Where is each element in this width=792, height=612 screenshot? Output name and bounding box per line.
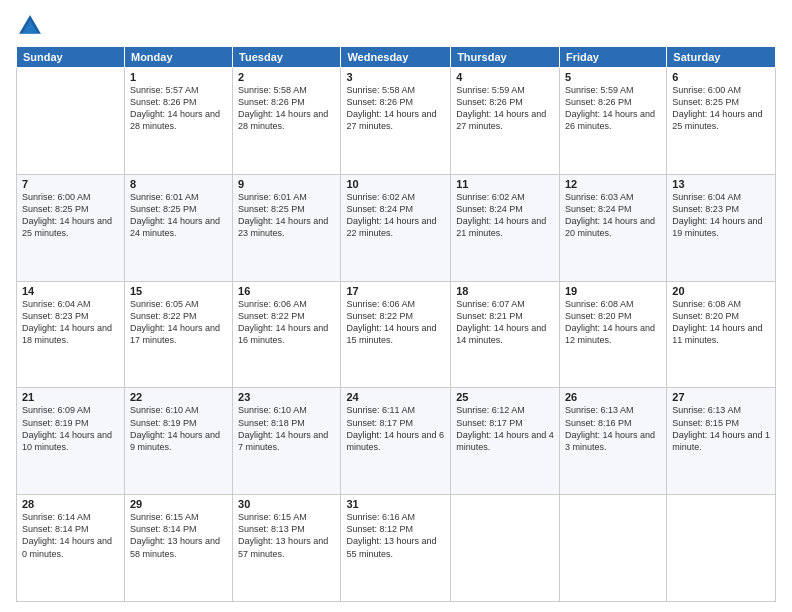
calendar-cell: 20Sunrise: 6:08 AM Sunset: 8:20 PM Dayli… xyxy=(667,281,776,388)
day-info: Sunrise: 6:15 AM Sunset: 8:13 PM Dayligh… xyxy=(238,511,335,560)
day-number: 12 xyxy=(565,178,661,190)
calendar-cell: 21Sunrise: 6:09 AM Sunset: 8:19 PM Dayli… xyxy=(17,388,125,495)
calendar-cell: 22Sunrise: 6:10 AM Sunset: 8:19 PM Dayli… xyxy=(124,388,232,495)
day-info: Sunrise: 6:00 AM Sunset: 8:25 PM Dayligh… xyxy=(672,84,770,133)
day-number: 16 xyxy=(238,285,335,297)
day-number: 17 xyxy=(346,285,445,297)
calendar-cell: 14Sunrise: 6:04 AM Sunset: 8:23 PM Dayli… xyxy=(17,281,125,388)
calendar-cell: 27Sunrise: 6:13 AM Sunset: 8:15 PM Dayli… xyxy=(667,388,776,495)
calendar-cell xyxy=(451,495,560,602)
col-header-saturday: Saturday xyxy=(667,47,776,68)
day-info: Sunrise: 6:01 AM Sunset: 8:25 PM Dayligh… xyxy=(130,191,227,240)
day-number: 24 xyxy=(346,391,445,403)
day-info: Sunrise: 5:58 AM Sunset: 8:26 PM Dayligh… xyxy=(238,84,335,133)
calendar-cell: 28Sunrise: 6:14 AM Sunset: 8:14 PM Dayli… xyxy=(17,495,125,602)
day-number: 2 xyxy=(238,71,335,83)
calendar-cell: 15Sunrise: 6:05 AM Sunset: 8:22 PM Dayli… xyxy=(124,281,232,388)
col-header-thursday: Thursday xyxy=(451,47,560,68)
calendar-cell: 30Sunrise: 6:15 AM Sunset: 8:13 PM Dayli… xyxy=(233,495,341,602)
day-info: Sunrise: 6:12 AM Sunset: 8:17 PM Dayligh… xyxy=(456,404,554,453)
day-info: Sunrise: 6:08 AM Sunset: 8:20 PM Dayligh… xyxy=(672,298,770,347)
calendar-cell xyxy=(559,495,666,602)
logo-icon xyxy=(16,12,44,40)
calendar-cell: 5Sunrise: 5:59 AM Sunset: 8:26 PM Daylig… xyxy=(559,68,666,175)
calendar-cell: 3Sunrise: 5:58 AM Sunset: 8:26 PM Daylig… xyxy=(341,68,451,175)
calendar-cell xyxy=(17,68,125,175)
day-info: Sunrise: 6:13 AM Sunset: 8:15 PM Dayligh… xyxy=(672,404,770,453)
day-number: 7 xyxy=(22,178,119,190)
calendar-cell: 31Sunrise: 6:16 AM Sunset: 8:12 PM Dayli… xyxy=(341,495,451,602)
day-number: 3 xyxy=(346,71,445,83)
calendar-cell: 19Sunrise: 6:08 AM Sunset: 8:20 PM Dayli… xyxy=(559,281,666,388)
calendar-cell xyxy=(667,495,776,602)
day-info: Sunrise: 6:02 AM Sunset: 8:24 PM Dayligh… xyxy=(346,191,445,240)
header xyxy=(16,12,776,40)
day-number: 28 xyxy=(22,498,119,510)
day-number: 22 xyxy=(130,391,227,403)
calendar-cell: 18Sunrise: 6:07 AM Sunset: 8:21 PM Dayli… xyxy=(451,281,560,388)
day-number: 20 xyxy=(672,285,770,297)
day-number: 27 xyxy=(672,391,770,403)
day-number: 9 xyxy=(238,178,335,190)
day-info: Sunrise: 6:10 AM Sunset: 8:19 PM Dayligh… xyxy=(130,404,227,453)
day-number: 5 xyxy=(565,71,661,83)
week-row-1: 7Sunrise: 6:00 AM Sunset: 8:25 PM Daylig… xyxy=(17,174,776,281)
calendar-cell: 25Sunrise: 6:12 AM Sunset: 8:17 PM Dayli… xyxy=(451,388,560,495)
day-number: 29 xyxy=(130,498,227,510)
calendar-cell: 17Sunrise: 6:06 AM Sunset: 8:22 PM Dayli… xyxy=(341,281,451,388)
page: SundayMondayTuesdayWednesdayThursdayFrid… xyxy=(0,0,792,612)
day-number: 23 xyxy=(238,391,335,403)
day-number: 18 xyxy=(456,285,554,297)
header-row: SundayMondayTuesdayWednesdayThursdayFrid… xyxy=(17,47,776,68)
day-info: Sunrise: 5:57 AM Sunset: 8:26 PM Dayligh… xyxy=(130,84,227,133)
col-header-wednesday: Wednesday xyxy=(341,47,451,68)
calendar-cell: 7Sunrise: 6:00 AM Sunset: 8:25 PM Daylig… xyxy=(17,174,125,281)
day-info: Sunrise: 6:05 AM Sunset: 8:22 PM Dayligh… xyxy=(130,298,227,347)
day-number: 30 xyxy=(238,498,335,510)
day-info: Sunrise: 5:59 AM Sunset: 8:26 PM Dayligh… xyxy=(456,84,554,133)
day-number: 31 xyxy=(346,498,445,510)
day-info: Sunrise: 6:04 AM Sunset: 8:23 PM Dayligh… xyxy=(22,298,119,347)
day-number: 19 xyxy=(565,285,661,297)
calendar-cell: 10Sunrise: 6:02 AM Sunset: 8:24 PM Dayli… xyxy=(341,174,451,281)
day-info: Sunrise: 6:13 AM Sunset: 8:16 PM Dayligh… xyxy=(565,404,661,453)
col-header-monday: Monday xyxy=(124,47,232,68)
calendar-cell: 23Sunrise: 6:10 AM Sunset: 8:18 PM Dayli… xyxy=(233,388,341,495)
week-row-3: 21Sunrise: 6:09 AM Sunset: 8:19 PM Dayli… xyxy=(17,388,776,495)
calendar-cell: 4Sunrise: 5:59 AM Sunset: 8:26 PM Daylig… xyxy=(451,68,560,175)
calendar-table: SundayMondayTuesdayWednesdayThursdayFrid… xyxy=(16,46,776,602)
week-row-0: 1Sunrise: 5:57 AM Sunset: 8:26 PM Daylig… xyxy=(17,68,776,175)
calendar-cell: 24Sunrise: 6:11 AM Sunset: 8:17 PM Dayli… xyxy=(341,388,451,495)
day-number: 4 xyxy=(456,71,554,83)
day-number: 25 xyxy=(456,391,554,403)
day-number: 13 xyxy=(672,178,770,190)
calendar-cell: 12Sunrise: 6:03 AM Sunset: 8:24 PM Dayli… xyxy=(559,174,666,281)
day-info: Sunrise: 6:16 AM Sunset: 8:12 PM Dayligh… xyxy=(346,511,445,560)
day-info: Sunrise: 6:10 AM Sunset: 8:18 PM Dayligh… xyxy=(238,404,335,453)
day-info: Sunrise: 6:06 AM Sunset: 8:22 PM Dayligh… xyxy=(346,298,445,347)
day-info: Sunrise: 6:07 AM Sunset: 8:21 PM Dayligh… xyxy=(456,298,554,347)
week-row-2: 14Sunrise: 6:04 AM Sunset: 8:23 PM Dayli… xyxy=(17,281,776,388)
calendar-cell: 6Sunrise: 6:00 AM Sunset: 8:25 PM Daylig… xyxy=(667,68,776,175)
day-info: Sunrise: 6:01 AM Sunset: 8:25 PM Dayligh… xyxy=(238,191,335,240)
col-header-friday: Friday xyxy=(559,47,666,68)
calendar-cell: 29Sunrise: 6:15 AM Sunset: 8:14 PM Dayli… xyxy=(124,495,232,602)
day-number: 14 xyxy=(22,285,119,297)
calendar-cell: 2Sunrise: 5:58 AM Sunset: 8:26 PM Daylig… xyxy=(233,68,341,175)
day-info: Sunrise: 6:06 AM Sunset: 8:22 PM Dayligh… xyxy=(238,298,335,347)
day-info: Sunrise: 6:00 AM Sunset: 8:25 PM Dayligh… xyxy=(22,191,119,240)
day-number: 10 xyxy=(346,178,445,190)
day-info: Sunrise: 6:14 AM Sunset: 8:14 PM Dayligh… xyxy=(22,511,119,560)
day-info: Sunrise: 6:08 AM Sunset: 8:20 PM Dayligh… xyxy=(565,298,661,347)
day-info: Sunrise: 6:02 AM Sunset: 8:24 PM Dayligh… xyxy=(456,191,554,240)
calendar-cell: 11Sunrise: 6:02 AM Sunset: 8:24 PM Dayli… xyxy=(451,174,560,281)
day-info: Sunrise: 5:58 AM Sunset: 8:26 PM Dayligh… xyxy=(346,84,445,133)
day-number: 6 xyxy=(672,71,770,83)
day-info: Sunrise: 6:03 AM Sunset: 8:24 PM Dayligh… xyxy=(565,191,661,240)
day-info: Sunrise: 6:15 AM Sunset: 8:14 PM Dayligh… xyxy=(130,511,227,560)
day-number: 21 xyxy=(22,391,119,403)
calendar-cell: 13Sunrise: 6:04 AM Sunset: 8:23 PM Dayli… xyxy=(667,174,776,281)
logo xyxy=(16,12,48,40)
col-header-tuesday: Tuesday xyxy=(233,47,341,68)
calendar-cell: 1Sunrise: 5:57 AM Sunset: 8:26 PM Daylig… xyxy=(124,68,232,175)
